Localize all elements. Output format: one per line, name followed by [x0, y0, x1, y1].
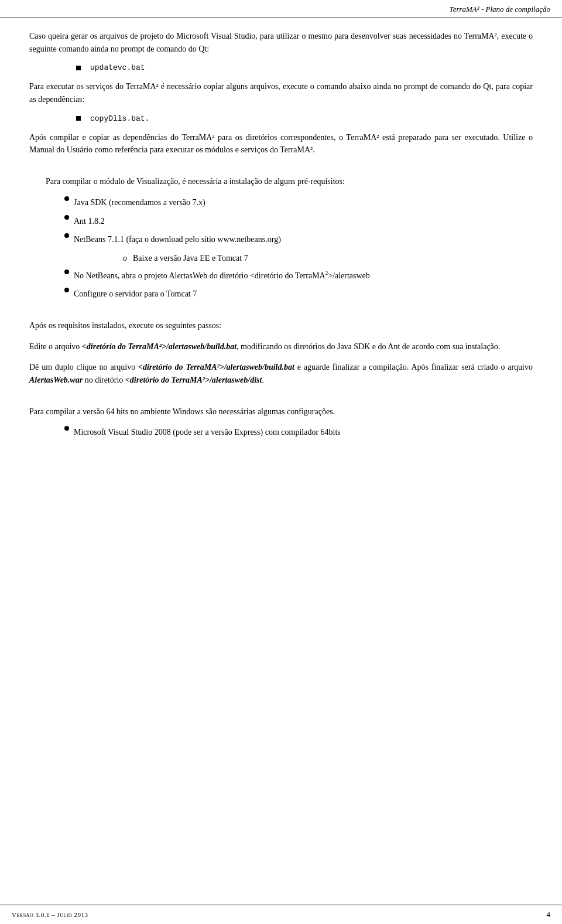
content-area: Caso queira gerar os arquivos de projeto… — [0, 18, 562, 482]
header-title: TerraMA² - Plano de compilação — [450, 5, 550, 13]
paragraph-2: Para executar os serviços do TerraMA² é … — [29, 80, 533, 105]
para7-bold1: <diretório do TerraMA²>/alertasweb/build… — [138, 363, 294, 371]
spacer-2 — [29, 309, 533, 319]
paragraph-7: Dê um duplo clique no arquivo <diretório… — [29, 361, 533, 386]
para6-bold: <diretório do TerraMA²>/alertasweb/build… — [82, 342, 237, 351]
sub-bullet-text-1: Baixe a versão Java EE e Tomcat 7 — [133, 252, 533, 265]
bullet-item-3: NetBeans 7.1.1 (faça o download pelo sit… — [64, 233, 533, 246]
para7-post3: . — [262, 376, 264, 384]
spacer-1 — [29, 165, 533, 175]
sub-bullet-list: o Baixe a versão Java EE e Tomcat 7 — [100, 252, 533, 265]
bullet-text-1: Java SDK (recomendamos a versão 7.x) — [74, 196, 533, 209]
paragraph-1: Caso queira gerar os arquivos de projeto… — [29, 30, 533, 55]
bullet-item-4: No NetBeans, abra o projeto AlertasWeb d… — [64, 270, 533, 282]
para7-post1: e aguarde finalizar a compilação. Após f… — [294, 363, 533, 371]
bullet-round-1-icon — [64, 196, 69, 201]
bullet-item-1: Java SDK (recomendamos a versão 7.x) — [64, 196, 533, 209]
code-line-1: updatevc.bat — [76, 63, 533, 72]
bullet-item-5: Configure o servidor para o Tomcat 7 — [64, 288, 533, 301]
paragraph-4: Para compilar o módulo de Visualização, … — [29, 175, 533, 188]
bullet-text-4: No NetBeans, abra o projeto AlertasWeb d… — [74, 270, 533, 282]
para7-bold3: <diretório do TerraMA²>/alertasweb/dist — [125, 376, 262, 384]
bullet-item-2: Ant 1.8.2 — [64, 215, 533, 228]
bullet-list: Java SDK (recomendamos a versão 7.x) Ant… — [64, 196, 533, 301]
para6-post: , modificando os diretórios do Java SDK … — [237, 342, 500, 351]
bullet-square-2-icon — [76, 116, 81, 121]
para7-pre: Dê um duplo clique no arquivo — [29, 363, 138, 371]
paragraph-6: Edite o arquivo <diretório do TerraMA²>/… — [29, 340, 533, 353]
para4-text: Para compilar o módulo de Visualização, … — [46, 177, 345, 186]
code-block-1: updatevc.bat — [76, 63, 533, 72]
bullet-round-2-icon — [64, 215, 69, 220]
para7-post2: no diretório — [83, 376, 125, 384]
bullet-round-4-icon — [64, 270, 69, 274]
code-text-1: updatevc.bat — [90, 63, 145, 72]
paragraph-8: Para compilar a versão 64 bits no ambien… — [29, 405, 533, 418]
bullet-item-ms: Microsoft Visual Studio 2008 (pode ser a… — [64, 426, 533, 439]
header-bar: TerraMA² - Plano de compilação — [0, 0, 562, 18]
spacer-3 — [29, 395, 533, 405]
code-block-2: copyDlls.bat. — [76, 114, 533, 123]
bullet-round-5-icon — [64, 288, 69, 292]
bullet-text-ms: Microsoft Visual Studio 2008 (pode ser a… — [74, 426, 533, 439]
paragraph-3: Após compilar e copiar as dependências d… — [29, 131, 533, 156]
sub-bullet-o-icon: o — [123, 252, 127, 265]
code-text-2: copyDlls.bat. — [90, 114, 149, 123]
bullet-list-2: Microsoft Visual Studio 2008 (pode ser a… — [64, 426, 533, 439]
page-container: TerraMA² - Plano de compilação Caso quei… — [0, 0, 562, 924]
footer-bar: Versão 3.0.1 – Julio 2013 4 — [0, 905, 562, 924]
sub-bullet-item-1: o Baixe a versão Java EE e Tomcat 7 — [123, 252, 533, 265]
bullet-round-ms-icon — [64, 426, 69, 431]
bullet-round-3-icon — [64, 233, 69, 238]
footer-page: 4 — [547, 910, 551, 919]
para7-bold2: AlertasWeb.war — [29, 376, 83, 384]
bullet-text-2: Ant 1.8.2 — [74, 215, 533, 228]
paragraph-5: Após os requisitos instalados, execute o… — [29, 319, 533, 332]
bullet-square-icon — [76, 66, 81, 70]
para6-pre: Edite o arquivo — [29, 342, 82, 351]
bullet-text-3: NetBeans 7.1.1 (faça o download pelo sit… — [74, 233, 533, 246]
footer-version: Versão 3.0.1 – Julio 2013 — [12, 911, 88, 918]
code-line-2: copyDlls.bat. — [76, 114, 533, 123]
bullet-text-5: Configure o servidor para o Tomcat 7 — [74, 288, 533, 301]
